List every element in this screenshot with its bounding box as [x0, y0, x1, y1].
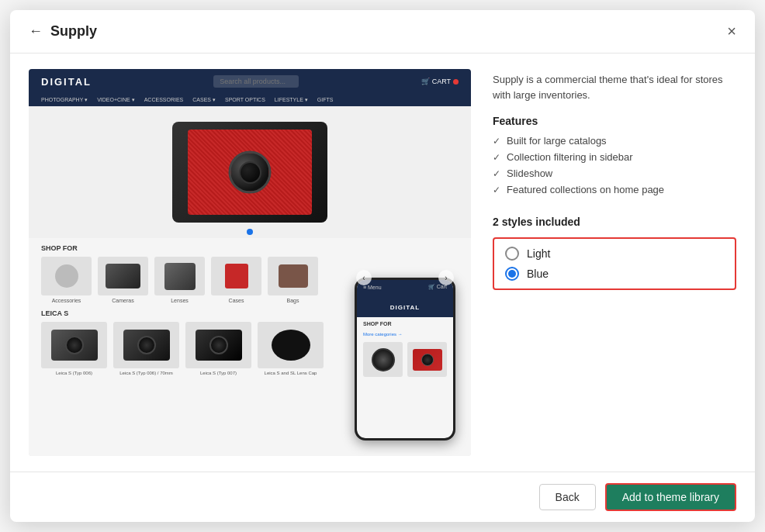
features-title: Features — [493, 115, 736, 127]
shop-item-img-cameras — [98, 257, 148, 295]
shop-item-label-cases: Cases — [229, 298, 244, 303]
shop-item-img-bags — [268, 257, 318, 295]
shop-item-label-lenses: Lenses — [171, 298, 189, 303]
leica-img-1 — [41, 322, 107, 368]
carousel-next-arrow[interactable]: › — [438, 270, 454, 285]
store-navbar: DIGITAL 🛒 CART — [29, 69, 471, 94]
radio-blue-fill — [508, 270, 516, 278]
leica-item-1: Leica S (Typ 006) — [41, 322, 107, 375]
phone-shop-for-title: SHOP FOR — [357, 317, 453, 330]
close-icon: × — [727, 22, 736, 40]
menu-item-cases: CASES ▾ — [192, 97, 216, 103]
feature-text-1: Built for large catalogs — [507, 135, 607, 147]
style-options-container: Light Blue — [493, 237, 736, 290]
feature-item-1: ✓ Built for large catalogs — [493, 135, 736, 147]
leica-item-2: Leica S (Typ 006) / 70mm — [113, 322, 179, 375]
menu-item-sport: SPORT OPTICS — [225, 97, 265, 103]
menu-item-lifestyle: LIFESTYLE ▾ — [275, 97, 308, 103]
header-back-button[interactable]: ← — [29, 23, 43, 40]
check-icon-4: ✓ — [493, 185, 500, 195]
shop-item-lenses: Lenses — [154, 257, 205, 303]
carousel-dot — [247, 229, 253, 235]
leica-item-3: Leica S (Typ 007) — [185, 322, 251, 375]
cart-badge — [453, 79, 459, 85]
feature-item-4: ✓ Featured collections on home page — [493, 184, 736, 195]
menu-item-accessories: ACCESSORIES — [144, 97, 184, 103]
leica-label-3: Leica S (Typ 007) — [200, 371, 237, 375]
store-menu: PHOTOGRAPHY ▾ VIDEO+CINE ▾ ACCESSORIES C… — [29, 94, 471, 106]
phone-topbar: ≡ Menu 🛒 Cart — [357, 280, 453, 294]
style-label-blue: Blue — [527, 268, 549, 280]
supply-modal: ← Supply × DIGITAL 🛒 CART — [10, 10, 755, 522]
hero-camera — [29, 106, 471, 238]
menu-item-video: VIDEO+CINE ▾ — [97, 97, 135, 103]
style-option-blue[interactable]: Blue — [505, 267, 724, 281]
phone-cat-link: More categories → — [357, 330, 453, 338]
info-panel: Supply is a commercial theme that's idea… — [493, 69, 736, 456]
shop-for-title: SHOP FOR — [41, 244, 459, 252]
shop-item-label-accessories: Accessories — [52, 298, 81, 303]
shop-item-img-cases — [211, 257, 261, 295]
leica-img-3 — [185, 322, 251, 368]
modal-title: Supply — [50, 23, 727, 40]
radio-light[interactable] — [505, 247, 519, 261]
feature-text-3: Slideshow — [507, 168, 552, 179]
store-cart: 🛒 CART — [421, 78, 459, 85]
shop-item-label-bags: Bags — [287, 298, 299, 303]
leica-label-2: Leica S (Typ 006) / 70mm — [119, 371, 173, 375]
style-option-light[interactable]: Light — [505, 247, 724, 261]
feature-item-3: ✓ Slideshow — [493, 168, 736, 179]
close-button[interactable]: × — [727, 22, 736, 40]
check-icon-1: ✓ — [493, 136, 500, 147]
menu-item-gifts: GIFTS — [317, 97, 334, 103]
cart-icon: 🛒 — [421, 78, 430, 85]
store-search-input[interactable] — [213, 75, 299, 88]
shop-item-img-accessories — [41, 257, 92, 295]
shop-item-img-lenses — [154, 257, 205, 295]
feature-text-2: Collection filtering in sidebar — [507, 151, 633, 163]
phone-overlay: ≡ Menu 🛒 Cart DIGITAL SHOP FOR More cate… — [355, 278, 455, 440]
shop-item-cases: Cases — [211, 257, 261, 303]
camera-body — [172, 122, 327, 223]
back-button[interactable]: Back — [539, 484, 596, 510]
phone-logo: DIGITAL — [390, 304, 420, 311]
store-logo: DIGITAL — [41, 76, 92, 88]
shop-item-bags: Bags — [268, 257, 318, 303]
feature-item-2: ✓ Collection filtering in sidebar — [493, 151, 736, 163]
style-label-light: Light — [527, 247, 550, 260]
shop-item-accessories: Accessories — [41, 257, 92, 303]
leica-label-4: Leica S and SL Lens Cap — [265, 371, 317, 375]
carousel-prev-arrow[interactable]: ‹ — [356, 270, 372, 285]
styles-title: 2 styles included — [493, 216, 736, 228]
menu-item-photography: PHOTOGRAPHY ▾ — [41, 97, 88, 103]
store-content: SHOP FOR Accessories Cameras — [29, 106, 471, 456]
camera-lens — [229, 151, 272, 194]
add-to-library-button[interactable]: Add to theme library — [605, 483, 736, 511]
modal-footer: Back Add to theme library — [10, 472, 755, 522]
theme-preview-panel: DIGITAL 🛒 CART PHOTOGRAPHY ▾ VIDEO+CINE … — [29, 69, 471, 456]
back-arrow-icon: ← — [29, 23, 43, 40]
preview-inner: DIGITAL 🛒 CART PHOTOGRAPHY ▾ VIDEO+CINE … — [29, 69, 471, 456]
shop-item-cameras: Cameras — [98, 257, 148, 303]
leica-img-2 — [113, 322, 179, 368]
modal-header: ← Supply × — [10, 10, 755, 54]
modal-body: DIGITAL 🛒 CART PHOTOGRAPHY ▾ VIDEO+CINE … — [10, 54, 755, 472]
feature-list: ✓ Built for large catalogs ✓ Collection … — [493, 135, 736, 200]
shop-item-label-cameras: Cameras — [112, 298, 133, 303]
leica-img-4 — [258, 322, 324, 368]
phone-inner: ≡ Menu 🛒 Cart DIGITAL SHOP FOR More cate… — [357, 280, 453, 438]
radio-blue[interactable] — [505, 267, 519, 281]
feature-text-4: Featured collections on home page — [507, 184, 664, 195]
check-icon-3: ✓ — [493, 168, 500, 179]
leica-item-4: Leica S and SL Lens Cap — [258, 322, 324, 375]
leica-label-1: Leica S (Typ 006) — [56, 371, 92, 375]
check-icon-2: ✓ — [493, 152, 500, 163]
theme-description: Supply is a commercial theme that's idea… — [493, 72, 736, 102]
